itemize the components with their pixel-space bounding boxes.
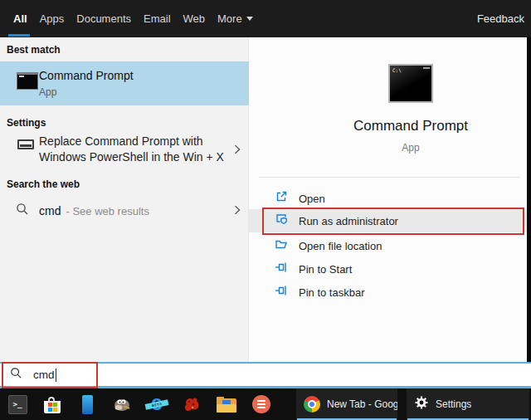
tab-more-label: More xyxy=(217,12,242,25)
search-icon xyxy=(10,367,22,383)
action-run-as-administrator[interactable]: Run as administrator xyxy=(249,209,527,232)
result-command-prompt[interactable]: Command Prompt App xyxy=(0,61,249,105)
command-prompt-glyph: >_ xyxy=(8,395,27,414)
settings-item-text: Replace Command Prompt with Windows Powe… xyxy=(39,134,224,165)
search-web-header: Search the web xyxy=(7,178,80,190)
gimp-icon[interactable] xyxy=(111,393,133,415)
result-title: Command Prompt xyxy=(39,69,134,82)
command-prompt-large-icon: C:\ xyxy=(388,64,433,103)
tab-apps[interactable]: Apps xyxy=(40,12,65,25)
window-title: New Tab - Google ... xyxy=(327,398,397,410)
web-result-text: cmd- See web results xyxy=(39,204,149,217)
taskbar-window-settings[interactable]: Settings xyxy=(407,388,529,420)
taskbar-window-chrome[interactable]: New Tab - Google ... xyxy=(296,388,397,420)
terminal-prompt-text: C:\ xyxy=(392,67,402,73)
web-query: cmd xyxy=(39,204,61,217)
tab-email[interactable]: Email xyxy=(144,12,171,25)
action-label: Open xyxy=(299,193,325,205)
tab-web[interactable]: Web xyxy=(183,12,206,25)
tab-documents[interactable]: Documents xyxy=(76,12,131,25)
action-pin-to-start[interactable]: Pin to Start xyxy=(249,257,527,281)
tab-more[interactable]: More xyxy=(217,12,253,25)
desktop-background-strip xyxy=(527,37,531,362)
admin-shield-icon xyxy=(275,212,288,229)
red-mascot-icon[interactable] xyxy=(181,393,202,415)
action-pin-to-taskbar[interactable]: Pin to taskbar xyxy=(249,281,527,304)
action-label: Open file location xyxy=(299,240,382,252)
chrome-icon xyxy=(304,396,320,413)
result-web-cmd[interactable]: cmd- See web results xyxy=(0,198,249,226)
command-prompt-icon xyxy=(17,72,38,90)
text-cursor xyxy=(56,369,56,382)
divider xyxy=(259,177,520,178)
settings-item-line1: Replace Command Prompt with xyxy=(39,134,224,149)
pin-icon xyxy=(275,284,288,300)
result-replace-cmd-powershell[interactable]: Replace Command Prompt with Windows Powe… xyxy=(0,132,249,173)
settings-item-line2: Windows PowerShell in the Win + X xyxy=(39,149,224,165)
preview-app-title: Command Prompt xyxy=(295,118,527,134)
chevron-down-icon xyxy=(246,17,253,21)
phone-icon[interactable] xyxy=(76,393,98,415)
chevron-right-icon xyxy=(231,143,243,159)
notes-icon[interactable] xyxy=(251,393,272,415)
taskbar: >_ eBETA New Tab - Google ... xyxy=(0,388,531,420)
window-title: Settings xyxy=(436,398,471,410)
action-label: Pin to taskbar xyxy=(299,286,365,299)
preview-app-subtitle: App xyxy=(295,142,527,154)
action-label: Pin to Start xyxy=(299,263,352,276)
taskbar-search-input[interactable]: cmd xyxy=(0,362,531,388)
edge-beta-icon[interactable]: eBETA xyxy=(146,393,168,415)
feedback-button[interactable]: Feedback xyxy=(477,12,524,25)
folder-icon xyxy=(275,237,288,254)
launch-icon xyxy=(275,190,288,207)
file-explorer-icon[interactable] xyxy=(216,393,237,415)
chevron-right-icon xyxy=(231,203,243,219)
microsoft-store-icon[interactable] xyxy=(41,393,63,415)
action-label: Run as administrator xyxy=(299,215,398,227)
search-filter-tabs: All Apps Documents Email Web More Feedba… xyxy=(0,0,531,37)
results-panel: Best match Command Prompt App Settings R… xyxy=(0,37,249,362)
search-icon xyxy=(16,203,29,219)
result-subtitle: App xyxy=(39,86,56,98)
preview-panel: C:\ Command Prompt App Open Run as admin… xyxy=(249,37,527,362)
search-query-text: cmd xyxy=(33,369,55,381)
windows-search-flyout: All Apps Documents Email Web More Feedba… xyxy=(0,0,531,420)
tab-all[interactable]: All xyxy=(13,12,27,25)
pin-icon xyxy=(275,261,288,277)
active-tab-underline xyxy=(8,34,30,37)
gear-icon xyxy=(414,395,429,413)
settings-header: Settings xyxy=(7,117,46,129)
web-suffix: - See web results xyxy=(66,205,149,217)
action-open-file-location[interactable]: Open file location xyxy=(249,234,527,257)
taskbar-command-prompt-icon[interactable]: >_ xyxy=(7,393,28,415)
winx-taskbar-setting-icon xyxy=(17,139,34,149)
best-match-header: Best match xyxy=(7,44,61,56)
action-open[interactable]: Open xyxy=(249,187,527,210)
